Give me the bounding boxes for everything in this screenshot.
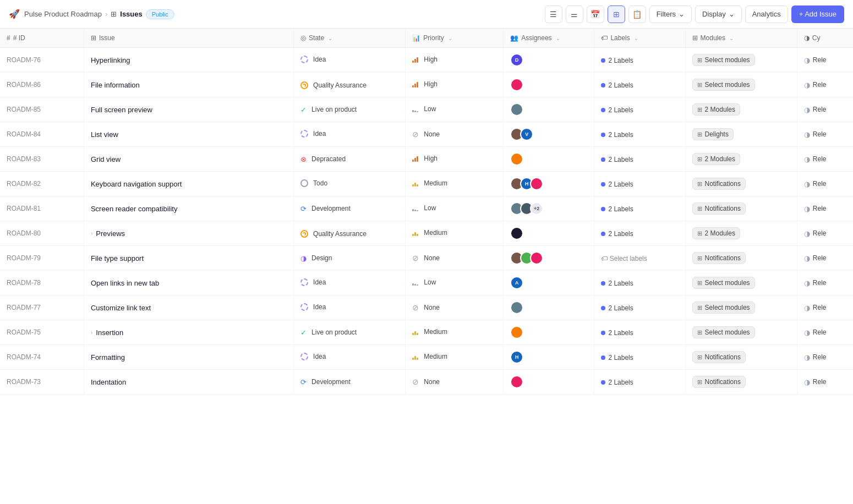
add-issue-button[interactable]: + Add Issue	[791, 6, 844, 23]
cell-priority[interactable]: Low	[406, 97, 504, 122]
state-badge[interactable]: ✓ Live on product	[300, 328, 357, 337]
cell-cycle[interactable]: ◑ Rele	[797, 345, 853, 370]
cell-labels[interactable]: 2 Labels	[594, 370, 685, 395]
cell-assignees[interactable]	[504, 221, 594, 246]
calendar-view-btn[interactable]: 📅	[587, 6, 604, 23]
cell-priority[interactable]: Low	[406, 271, 504, 295]
cycle-badge[interactable]: ◑ Rele	[804, 56, 827, 64]
cell-priority[interactable]: Medium	[406, 320, 504, 345]
cell-assignees[interactable]	[504, 320, 594, 345]
display-button[interactable]: Display ⌄	[695, 6, 742, 23]
cell-labels[interactable]: 2 Labels	[594, 122, 685, 147]
cycle-badge[interactable]: ◑ Rele	[804, 328, 827, 337]
cell-labels[interactable]: 2 Labels	[594, 172, 685, 196]
cell-labels[interactable]: 2 Labels	[594, 73, 685, 97]
cell-labels[interactable]: 2 Labels	[594, 221, 685, 246]
cell-modules[interactable]: ⊞Notifications	[685, 345, 797, 370]
assignees-group[interactable]	[510, 152, 587, 166]
cycle-badge[interactable]: ◑ Rele	[804, 130, 827, 139]
assignees-group[interactable]	[510, 375, 587, 388]
cell-state[interactable]: Quality Assurance	[294, 221, 406, 246]
cell-labels[interactable]: 🏷 Select labels	[594, 246, 685, 271]
issue-title[interactable]: Customize link text	[91, 304, 151, 312]
priority-badge[interactable]: Medium	[412, 229, 447, 237]
cycle-badge[interactable]: ◑ Rele	[804, 254, 827, 262]
cell-cycle[interactable]: ◑ Rele	[797, 172, 853, 196]
cell-cycle[interactable]: ◑ Rele	[797, 320, 853, 345]
module-badge-btn[interactable]: ⊞Notifications	[692, 376, 746, 388]
section-name[interactable]: Issues	[120, 10, 142, 18]
cell-modules[interactable]: ⊞Notifications	[685, 246, 797, 271]
cell-assignees[interactable]: H	[504, 345, 594, 370]
cell-modules[interactable]: ⊞Select modules	[685, 271, 797, 295]
issue-title[interactable]: Indentation	[91, 378, 126, 386]
cell-state[interactable]: Todo	[294, 172, 406, 196]
priority-badge[interactable]: ⊘None	[412, 303, 440, 312]
assignees-group[interactable]	[510, 326, 587, 339]
state-badge[interactable]: Idea	[300, 303, 326, 311]
priority-badge[interactable]: ⊘None	[412, 377, 440, 386]
cell-cycle[interactable]: ◑ Rele	[797, 147, 853, 172]
select-modules-btn[interactable]: ⊞Select modules	[692, 326, 755, 338]
cell-modules[interactable]: ⊞2 Modules	[685, 147, 797, 172]
assignees-group[interactable]: H	[510, 177, 587, 190]
issue-title[interactable]: Previews	[96, 229, 125, 238]
priority-badge[interactable]: ⊘None	[412, 130, 440, 139]
module-badge-btn[interactable]: ⊞Notifications	[692, 202, 746, 215]
cycle-badge[interactable]: ◑ Rele	[804, 279, 827, 287]
list-view-btn[interactable]: ☰	[545, 6, 562, 23]
labels-cell[interactable]: 2 Labels	[601, 205, 633, 213]
state-badge[interactable]: ✓ Live on product	[300, 106, 357, 114]
module-badge-btn[interactable]: ⊞Delights	[692, 128, 734, 140]
state-badge[interactable]: Idea	[300, 56, 326, 63]
cell-labels[interactable]: 2 Labels	[594, 320, 685, 345]
cycle-badge[interactable]: ◑ Rele	[804, 378, 827, 386]
sheet-view-btn[interactable]: 📋	[628, 6, 646, 23]
cell-assignees[interactable]: H	[504, 172, 594, 196]
grid-view-btn[interactable]: ⊞	[608, 6, 625, 23]
module-badge-btn[interactable]: ⊞Notifications	[692, 351, 746, 363]
module-badge-btn[interactable]: ⊞2 Modules	[692, 227, 740, 239]
priority-badge[interactable]: Low	[412, 105, 436, 113]
assignees-group[interactable]	[510, 78, 587, 91]
issue-title[interactable]: Full screen preview	[91, 106, 152, 114]
cell-labels[interactable]: 2 Labels	[594, 345, 685, 370]
cycle-badge[interactable]: ◑ Rele	[804, 180, 827, 188]
assignees-group[interactable]: A	[510, 276, 587, 289]
cell-state[interactable]: ✓ Live on product	[294, 320, 406, 345]
issue-title[interactable]: File information	[91, 81, 140, 89]
cell-priority[interactable]: Medium	[406, 221, 504, 246]
cycle-badge[interactable]: ◑ Rele	[804, 155, 827, 163]
priority-badge[interactable]: Low	[412, 204, 436, 212]
cell-cycle[interactable]: ◑ Rele	[797, 196, 853, 221]
issue-title[interactable]: Insertion	[96, 328, 123, 337]
labels-cell[interactable]: 2 Labels	[601, 81, 633, 89]
cell-cycle[interactable]: ◑ Rele	[797, 221, 853, 246]
labels-cell[interactable]: 2 Labels	[601, 280, 633, 287]
cell-labels[interactable]: 2 Labels	[594, 295, 685, 320]
expand-arrow[interactable]: ›	[91, 330, 92, 336]
module-badge-btn[interactable]: ⊞2 Modules	[692, 103, 740, 116]
select-labels[interactable]: 🏷 Select labels	[601, 255, 647, 262]
cell-state[interactable]: Idea	[294, 345, 406, 370]
col-priority[interactable]: 📊Priority⌄	[406, 29, 504, 48]
cell-modules[interactable]: ⊞2 Modules	[685, 97, 797, 122]
priority-badge[interactable]: Medium	[412, 328, 447, 336]
state-badge[interactable]: Idea	[300, 130, 326, 138]
cell-priority[interactable]: ⊘None	[406, 246, 504, 271]
cell-assignees[interactable]: A	[504, 271, 594, 295]
issue-title[interactable]: Formatting	[91, 353, 125, 361]
cell-priority[interactable]: Low	[406, 196, 504, 221]
assignees-group[interactable]	[510, 251, 587, 265]
labels-cell[interactable]: 2 Labels	[601, 230, 633, 238]
cell-cycle[interactable]: ◑ Rele	[797, 295, 853, 320]
state-badge[interactable]: ⟳ Development	[300, 205, 351, 213]
module-badge-btn[interactable]: ⊞2 Modules	[692, 153, 740, 165]
select-modules-btn[interactable]: ⊞Select modules	[692, 302, 755, 314]
select-modules-btn[interactable]: ⊞Select modules	[692, 54, 755, 66]
cell-assignees[interactable]: D	[504, 48, 594, 73]
cell-cycle[interactable]: ◑ Rele	[797, 48, 853, 73]
cell-state[interactable]: Quality Assurance	[294, 73, 406, 97]
cell-assignees[interactable]	[504, 97, 594, 122]
assignees-group[interactable]	[510, 103, 587, 116]
